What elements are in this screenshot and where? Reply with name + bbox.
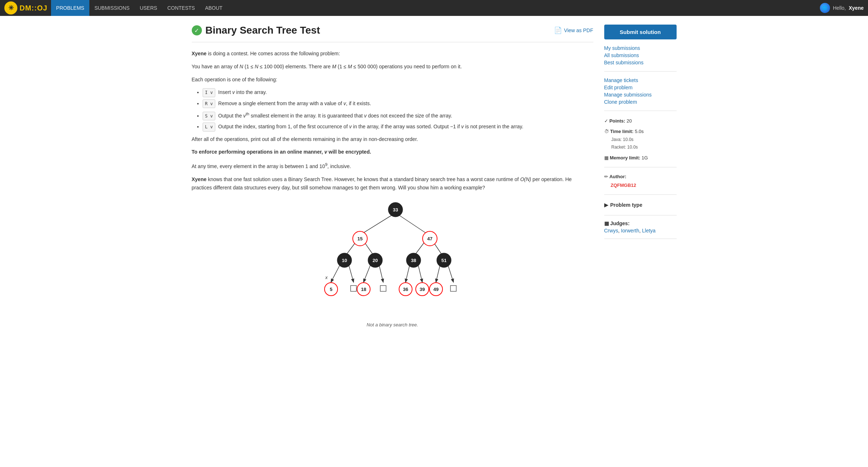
time-limit-row: ⏱ Time limit: 5.0s Java: 10.0s Racket: 1… (604, 127, 677, 151)
nav-contests[interactable]: CONTESTS (162, 0, 200, 16)
x-label: x (325, 275, 328, 280)
operations-list: I v Insert v into the array. R v Remove … (203, 88, 593, 131)
navbar: ✳ DM::OJ PROBLEMS SUBMISSIONS USERS CONT… (0, 0, 868, 16)
nav-users[interactable]: USERS (135, 0, 162, 16)
node-33: 33 (388, 202, 403, 217)
svg-text:47: 47 (427, 236, 432, 241)
problem-header: ✓ Binary Search Tree Test 📄 View as PDF (192, 25, 593, 42)
node-47: 47 (423, 231, 437, 246)
list-item: R v Remove a single element from the arr… (203, 99, 593, 108)
svg-text:20: 20 (372, 258, 377, 263)
op-key-l: L v (203, 123, 216, 131)
para4: To enforce performing operations in an o… (192, 148, 593, 157)
clock-icon: ⏱ (604, 129, 610, 134)
judge-crwys[interactable]: Crwys (604, 228, 618, 234)
edge (331, 264, 340, 282)
manage-submissions-link[interactable]: Manage submissions (604, 92, 677, 98)
node-51: 51 (437, 253, 451, 267)
author-section: ✏ Author: ZQFMGB12 (604, 172, 677, 195)
edge (398, 215, 429, 235)
page-container: ✓ Binary Search Tree Test 📄 View as PDF … (181, 16, 687, 345)
memory-icon: ▦ (604, 155, 610, 160)
para1: You have an array of N (1 ≤ N ≤ 100 000)… (192, 63, 593, 71)
username: Xyene (849, 5, 864, 11)
empty-leaf (351, 286, 356, 291)
page-title: Binary Search Tree Test (206, 25, 320, 36)
edge (406, 264, 410, 282)
edge (436, 264, 440, 282)
edge (418, 264, 422, 282)
para3: After all of the operations, print out a… (192, 135, 593, 144)
memory-limit-value: 1G (642, 155, 648, 160)
manage-tickets-link[interactable]: Manage tickets (604, 77, 677, 83)
svg-text:10: 10 (342, 258, 347, 263)
svg-text:15: 15 (357, 236, 362, 241)
problem-meta: ✓ Points: 20 ⏱ Time limit: 5.0s Java: 10… (604, 117, 677, 167)
nav-problems[interactable]: PROBLEMS (51, 0, 89, 16)
judge-iorwerth[interactable]: Iorwerth (621, 228, 639, 234)
problem-body: Xyene is doing a contest. He comes acros… (192, 50, 593, 329)
node-39: 39 (416, 283, 429, 296)
problem-title-row: ✓ Binary Search Tree Test (192, 25, 320, 36)
judges-list: Crwys, Iorwerth, Lletya (604, 228, 677, 234)
judges-label: ▦ Judges: (604, 220, 677, 226)
edge (364, 264, 371, 282)
submission-links: My submissions All submissions Best subm… (604, 45, 677, 72)
main-content: ✓ Binary Search Tree Test 📄 View as PDF … (192, 25, 593, 336)
diagram-caption: Not a binary search tree. (192, 321, 593, 329)
node-36: 36 (399, 283, 412, 296)
bst-svg: x 33 15 47 (291, 200, 494, 315)
judge-lletya[interactable]: Lletya (642, 228, 656, 234)
svg-text:33: 33 (393, 207, 398, 213)
empty-leaf (450, 286, 456, 291)
best-submissions-link[interactable]: Best submissions (604, 60, 677, 65)
logo[interactable]: ✳ DM::OJ (4, 1, 47, 14)
nav-submissions[interactable]: SUBMISSIONS (89, 0, 135, 16)
node-20: 20 (368, 253, 382, 267)
java-time: Java: 10.0s (611, 136, 677, 144)
all-submissions-link[interactable]: All submissions (604, 52, 677, 58)
time-limit-label: Time limit: (610, 129, 634, 134)
svg-text:39: 39 (419, 287, 424, 292)
time-limit-value: 5.0s (635, 129, 644, 134)
intro-para: Xyene is doing a contest. He comes acros… (192, 50, 593, 58)
svg-text:5: 5 (330, 287, 332, 292)
points-row: ✓ Points: 20 (604, 117, 677, 125)
node-5: 5 (325, 283, 338, 296)
clone-problem-link[interactable]: Clone problem (604, 99, 677, 105)
points-value: 20 (627, 118, 632, 124)
actor-name2: Xyene (192, 176, 207, 182)
memory-limit-row: ▦ Memory limit: 1G (604, 154, 677, 162)
racket-time: Racket: 10.0s (611, 143, 677, 151)
svg-text:49: 49 (433, 287, 438, 292)
edge (448, 264, 453, 282)
empty-leaf (380, 286, 386, 291)
problem-type-section: ▶ Problem type (604, 200, 677, 215)
intro-text: is doing a contest. He comes across the … (208, 51, 340, 56)
para6: Xyene knows that one fast solution uses … (192, 175, 593, 193)
para5: At any time, every element in the array … (192, 161, 593, 171)
problem-type-toggle[interactable]: ▶ Problem type (604, 200, 677, 210)
node-38: 38 (406, 253, 421, 267)
view-pdf-link[interactable]: 📄 View as PDF (554, 26, 593, 34)
memory-limit-label: Memory limit: (610, 155, 640, 160)
bst-diagram: x 33 15 47 (192, 200, 593, 329)
svg-text:18: 18 (361, 287, 366, 292)
author-row: ✏ Author: ZQFMGB12 (604, 172, 677, 189)
submit-solution-button[interactable]: Submit solution (604, 25, 677, 39)
svg-text:36: 36 (403, 287, 408, 292)
node-49: 49 (429, 283, 443, 296)
list-item: L v Output the index, starting from 1, o… (203, 123, 593, 131)
author-label: Author: (609, 174, 626, 179)
judges-icon: ▦ (604, 220, 610, 226)
view-pdf-label: View as PDF (564, 27, 593, 33)
edge (379, 264, 383, 282)
edge (348, 264, 353, 282)
my-submissions-link[interactable]: My submissions (604, 45, 677, 51)
nav-about[interactable]: ABOUT (200, 0, 228, 16)
checkmark-icon: ✓ (604, 118, 610, 124)
edit-problem-link[interactable]: Edit problem (604, 85, 677, 90)
user-info: 🌐 Hello, Xyene (820, 3, 864, 13)
author-link[interactable]: ZQFMGB12 (611, 183, 636, 188)
edge (360, 215, 393, 235)
